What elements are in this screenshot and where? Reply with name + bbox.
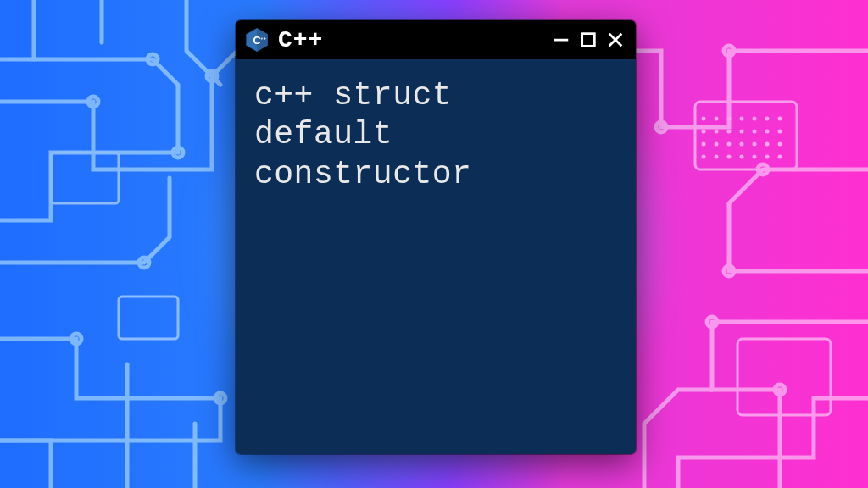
svg-rect-14 [119,297,178,339]
svg-text:+: + [261,36,264,41]
svg-point-28 [753,130,757,134]
maximize-icon [579,30,598,49]
svg-point-35 [753,142,757,147]
svg-point-29 [765,130,770,134]
svg-point-42 [753,155,757,159]
svg-point-39 [715,155,719,159]
svg-point-38 [702,155,706,159]
cpp-language-icon: C + + [244,27,270,53]
window-title: C++ [278,27,323,53]
svg-point-33 [727,142,732,147]
svg-point-40 [727,155,732,159]
svg-rect-13 [51,152,119,203]
svg-point-41 [740,155,744,159]
minimize-icon [552,30,570,49]
minimize-button[interactable] [551,30,571,50]
svg-point-26 [727,130,732,134]
svg-point-18 [715,117,719,121]
svg-point-25 [715,130,719,134]
close-button[interactable] [605,30,626,50]
svg-text:C: C [253,35,260,47]
svg-point-19 [727,117,732,121]
svg-point-17 [702,117,706,121]
svg-point-30 [778,130,782,134]
svg-point-36 [765,142,770,147]
window-controls [551,30,626,50]
terminal-body[interactable]: c++ struct default constructor [236,59,636,454]
svg-rect-15 [695,102,797,169]
close-icon [606,30,625,49]
svg-point-34 [740,142,744,147]
maximize-button[interactable] [578,30,598,50]
svg-rect-16 [737,339,831,415]
svg-point-32 [715,142,719,147]
svg-point-43 [765,155,770,159]
terminal-text: c++ struct default constructor [254,76,617,194]
svg-point-24 [702,130,706,134]
svg-point-44 [778,155,782,159]
svg-point-31 [702,142,706,147]
svg-point-23 [778,117,782,121]
svg-text:+: + [264,36,266,41]
svg-point-37 [778,142,782,147]
svg-point-27 [740,130,744,134]
svg-point-22 [765,117,770,121]
svg-point-21 [753,117,757,121]
svg-rect-51 [582,34,595,47]
svg-point-20 [740,117,744,121]
terminal-window: C + + C++ [236,20,636,454]
titlebar[interactable]: C + + C++ [236,20,636,59]
